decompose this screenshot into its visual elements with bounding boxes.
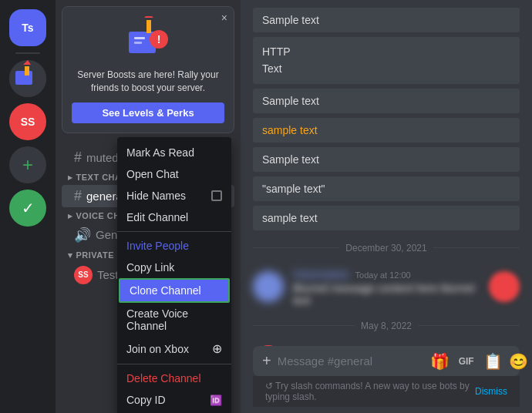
context-open-chat[interactable]: Open Chat (117, 163, 231, 185)
xbox-icon: ⊕ (212, 341, 222, 356)
hashtag-icon-general: # (74, 188, 82, 204)
divider-line-left-2 (253, 325, 355, 326)
context-edit-channel[interactable]: Edit Channel (117, 206, 231, 228)
divider-line-right-1 (433, 247, 520, 248)
sample-box-3: Sample text (253, 89, 520, 113)
sample-box-4: sample text (253, 118, 520, 143)
hashtag-icon: # (74, 149, 82, 166)
boost-close-button[interactable]: × (221, 12, 227, 24)
orange-avatar (489, 271, 520, 302)
message-content-blurred: Username Today at 12:00 Blurred message … (293, 267, 480, 307)
context-delete-channel[interactable]: Delete Channel (117, 368, 231, 389)
dismiss-link[interactable]: Dismiss (475, 386, 507, 397)
hide-names-checkbox[interactable] (211, 190, 222, 201)
message-input-area: + 🎁 GIF 📋 😊 ↺ Try slash commands! A new … (241, 346, 532, 413)
server-icon-img[interactable] (9, 60, 46, 97)
sample-box-1: Sample text (253, 8, 520, 32)
message-row-blurred: Username Today at 12:00 Blurred message … (253, 264, 520, 310)
svg-marker-7 (146, 20, 151, 33)
context-separator-1 (117, 231, 231, 232)
main-content: Sample text HTTP Text Sample text sample… (241, 0, 532, 413)
gift-icon[interactable]: 🎁 (430, 352, 450, 371)
see-levels-button[interactable]: See Levels & Perks (72, 102, 224, 123)
context-copy-link[interactable]: Copy Link (117, 257, 231, 278)
message-meta-blurred: Username Today at 12:00 (293, 267, 480, 280)
server-icon-green[interactable]: ✓ (9, 190, 46, 227)
context-join-xbox[interactable]: Join on Xbox ⊕ (117, 337, 231, 361)
server-icon-ts[interactable]: Ts (9, 9, 46, 46)
boost-banner-text: Server Boosts are here! Rally your frien… (72, 69, 224, 95)
date-text-1: December 30, 2021 (345, 243, 426, 254)
chevron-icon-private: ▾ (68, 250, 73, 260)
boost-banner: × ! Server Boosts are here! Rally your f… (62, 6, 234, 133)
server-divider (15, 52, 40, 54)
context-menu: Mark As Read Open Chat Hide Names Edit C… (117, 137, 231, 413)
context-clone-channel[interactable]: Clone Channel (119, 278, 230, 303)
server-add-button[interactable]: + (9, 146, 46, 183)
context-mark-read[interactable]: Mark As Read (117, 142, 231, 163)
gif-icon[interactable]: GIF (456, 354, 477, 368)
slash-tip: ↺ Try slash commands! A new way to use b… (253, 376, 520, 407)
divider-line-left-1 (253, 247, 339, 248)
message-input[interactable] (278, 346, 424, 376)
chevron-icon-voice: ▸ (68, 211, 73, 221)
message-username-blurred: Username (293, 267, 349, 280)
date-divider-1: December 30, 2021 (253, 243, 520, 254)
chevron-icon: ▸ (68, 173, 73, 183)
boost-icon: ! (125, 16, 171, 62)
message-text-blurred: Blurred message content here blurred tex… (293, 282, 480, 307)
sample-box-2: HTTP Text (253, 37, 520, 84)
svg-rect-1 (15, 71, 32, 85)
speaker-icon: 🔊 (74, 227, 91, 243)
message-timestamp-blurred: Today at 12:00 (355, 270, 411, 280)
sample-box-5: Sample text (253, 147, 520, 172)
context-separator-2 (117, 364, 231, 364)
server-sidebar: Ts SS + ✓ (0, 0, 56, 413)
sample-box-6: "sample text" (253, 176, 520, 201)
divider-line-right-2 (418, 325, 520, 326)
server-icon-ss[interactable]: SS (9, 103, 46, 140)
chat-area: Sample text HTTP Text Sample text sample… (241, 0, 532, 346)
avatar-blurred (253, 271, 284, 302)
svg-marker-2 (25, 66, 29, 76)
svg-rect-5 (134, 37, 145, 39)
message-input-box: + 🎁 GIF 📋 😊 (253, 346, 520, 376)
svg-text:!: ! (157, 33, 161, 45)
date-text-2: May 8, 2022 (361, 321, 412, 331)
svg-rect-6 (134, 42, 142, 44)
sticker-icon[interactable]: 📋 (483, 352, 503, 371)
context-create-voice[interactable]: Create Voice Channel (117, 303, 231, 337)
context-invite-people[interactable]: Invite People (117, 235, 231, 257)
emoji-icon[interactable]: 😊 (509, 352, 528, 371)
id-icon: 🆔 (210, 395, 222, 406)
plus-icon[interactable]: + (262, 352, 271, 370)
server-boost-icon (9, 60, 46, 97)
ss-badge: SS (74, 266, 93, 284)
date-divider-2: May 8, 2022 (253, 321, 520, 331)
context-copy-id[interactable]: Copy ID 🆔 (117, 389, 231, 411)
context-hide-names[interactable]: Hide Names (117, 185, 231, 206)
svg-marker-8 (144, 16, 153, 18)
sample-box-7: sample text (253, 206, 520, 230)
